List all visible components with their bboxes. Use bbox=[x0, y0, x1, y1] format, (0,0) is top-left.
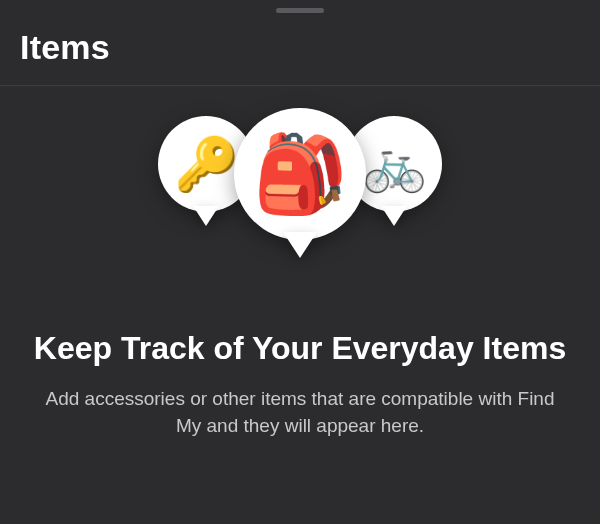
items-illustration: 🔑 🎒 🚲 bbox=[150, 108, 450, 288]
empty-state: 🔑 🎒 🚲 Keep Track of Your Everyday Items … bbox=[0, 86, 600, 439]
empty-state-subtext: Add accessories or other items that are … bbox=[0, 386, 600, 439]
bicycle-icon: 🚲 bbox=[362, 138, 427, 190]
page-title: Items bbox=[20, 28, 580, 67]
sheet-grabber[interactable] bbox=[276, 8, 324, 13]
backpack-icon: 🎒 bbox=[253, 136, 348, 212]
empty-state-headline: Keep Track of Your Everyday Items bbox=[4, 328, 596, 368]
key-icon: 🔑 bbox=[174, 138, 239, 190]
pin-backpack: 🎒 bbox=[234, 108, 366, 240]
